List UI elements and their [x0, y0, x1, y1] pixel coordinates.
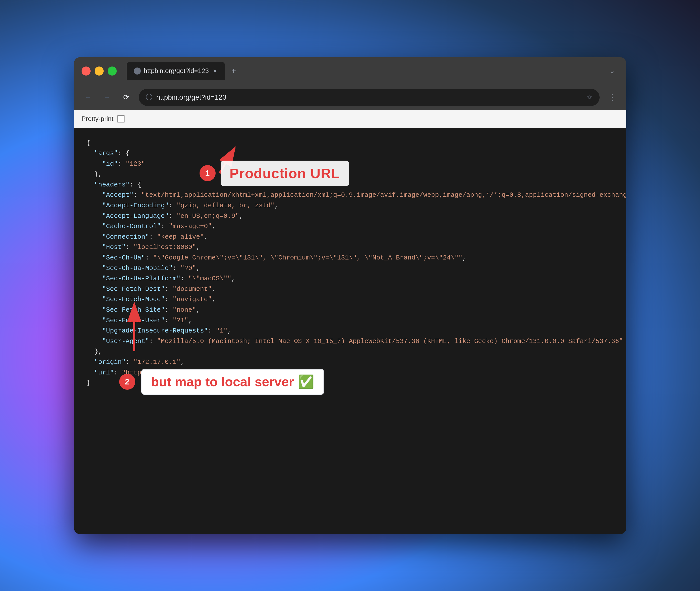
menu-button[interactable]: ⋮ — [606, 91, 619, 104]
badge-1: 1 — [199, 165, 215, 181]
traffic-lights — [81, 66, 117, 75]
url-text: httpbin.org/get?id=123 — [156, 93, 582, 102]
tab-favicon — [134, 67, 141, 74]
back-button[interactable]: ← — [81, 91, 94, 104]
close-button[interactable] — [81, 66, 90, 75]
production-url-label: Production URL — [220, 160, 349, 186]
bookmark-icon[interactable]: ☆ — [586, 93, 592, 102]
maximize-button[interactable] — [108, 66, 117, 75]
tab-overflow-icon: ⌄ — [610, 67, 615, 75]
arrow-2-svg — [109, 288, 165, 359]
local-server-text: but map to local server — [151, 374, 294, 389]
pretty-print-label: Pretty-print — [81, 115, 114, 123]
reload-button[interactable]: ⟳ — [120, 91, 133, 104]
tab-title: httpbin.org/get?id=123 — [144, 67, 209, 75]
tab-close-icon[interactable]: ✕ — [212, 68, 218, 74]
active-tab[interactable]: httpbin.org/get?id=123 ✕ — [127, 62, 225, 80]
address-bar[interactable]: ⓘ httpbin.org/get?id=123 ☆ — [139, 89, 599, 106]
title-bar: httpbin.org/get?id=123 ✕ + ⌄ — [74, 57, 626, 85]
forward-button[interactable]: → — [101, 91, 114, 104]
address-bar-row: ← → ⟳ ⓘ httpbin.org/get?id=123 ☆ ⋮ — [74, 85, 626, 110]
checkmark-icon: ✅ — [298, 374, 314, 390]
badge-2: 2 — [119, 374, 135, 390]
lock-icon: ⓘ — [146, 93, 152, 102]
pretty-print-checkbox[interactable] — [118, 116, 125, 123]
tab-overflow-button[interactable]: ⌄ — [606, 65, 619, 77]
new-tab-icon: + — [232, 66, 236, 75]
new-tab-button[interactable]: + — [228, 65, 240, 77]
tab-bar: httpbin.org/get?id=123 ✕ + ⌄ — [127, 62, 619, 80]
local-server-label: but map to local server ✅ — [141, 369, 324, 395]
content-area: 1 Production URL { "args": { "id": "123"… — [74, 128, 626, 534]
browser-window: httpbin.org/get?id=123 ✕ + ⌄ ← → ⟳ ⓘ htt… — [74, 57, 626, 534]
annotation-1: 1 Production URL — [199, 160, 349, 186]
minimize-button[interactable] — [94, 66, 104, 75]
pretty-print-bar: Pretty-print — [74, 110, 626, 128]
annotation-2: 2 but map to local server ✅ — [119, 369, 324, 395]
